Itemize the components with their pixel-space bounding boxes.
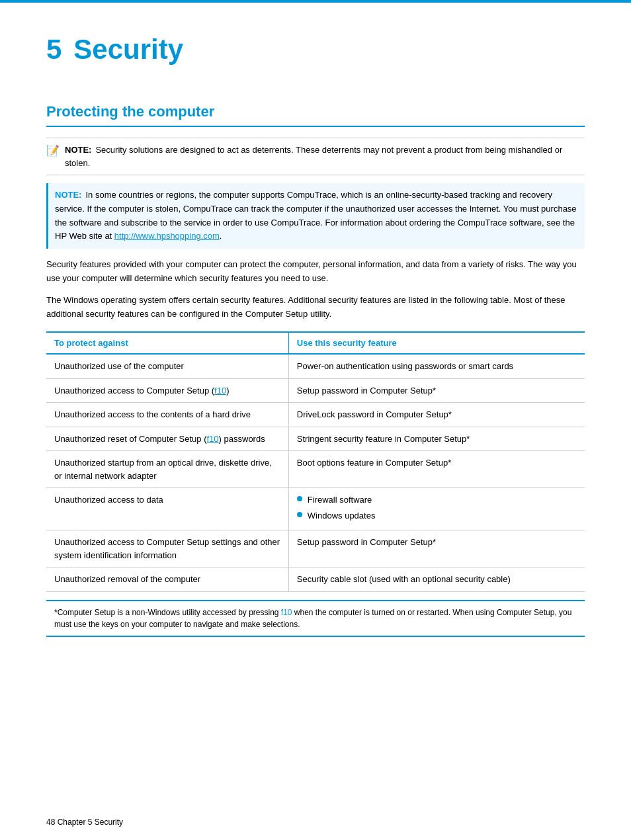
table-row: Unauthorized access to Computer Setup se…: [46, 530, 585, 567]
table-cell-feature: DriveLock password in Computer Setup*: [288, 403, 585, 427]
note1-text: Security solutions are designed to act a…: [65, 145, 562, 168]
footnote-box: *Computer Setup is a non-Windows utility…: [46, 600, 585, 637]
note2-text2: .: [220, 231, 222, 241]
page-footer: 48 Chapter 5 Security: [46, 818, 123, 827]
table-cell-feature: Boot options feature in Computer Setup*: [288, 451, 585, 488]
chapter-number: 5: [46, 36, 62, 63]
table-row: Unauthorized access to dataFirewall soft…: [46, 488, 585, 530]
note1-icon: 📝: [46, 144, 60, 157]
table-body: Unauthorized use of the computerPower-on…: [46, 354, 585, 591]
table-cell-feature: Setup password in Computer Setup*: [288, 378, 585, 403]
table-cell-feature: Firewall softwareWindows updates: [288, 488, 585, 530]
table-cell-protect: Unauthorized access to Computer Setup se…: [46, 530, 288, 567]
table-cell-protect: Unauthorized access to Computer Setup (f…: [46, 378, 288, 403]
table-cell-protect: Unauthorized removal of the computer: [46, 567, 288, 592]
page-container: 5 Security Protecting the computer 📝 NOT…: [0, 0, 631, 840]
content-area: 5 Security Protecting the computer 📝 NOT…: [0, 3, 631, 677]
footer-text: 48 Chapter 5 Security: [46, 818, 123, 827]
table-cell-protect: Unauthorized access to data: [46, 488, 288, 530]
table-header-row: To protect against Use this security fea…: [46, 332, 585, 354]
note1-content: NOTE:Security solutions are designed to …: [65, 144, 585, 169]
section-divider: [46, 126, 585, 127]
table-row: Unauthorized reset of Computer Setup (f1…: [46, 427, 585, 451]
table-row: Unauthorized removal of the computerSecu…: [46, 567, 585, 592]
col1-link[interactable]: f10: [214, 386, 226, 396]
table-cell-protect: Unauthorized reset of Computer Setup (f1…: [46, 427, 288, 451]
note2-label: NOTE:: [55, 190, 81, 200]
footnote-link[interactable]: f10: [281, 608, 292, 617]
list-item: Firewall software: [297, 493, 577, 507]
body-text1: Security features provided with your com…: [46, 258, 585, 286]
col1-link[interactable]: f10: [207, 434, 219, 444]
table-cell-feature: Security cable slot (used with an option…: [288, 567, 585, 592]
table-cell-feature: Power-on authentication using passwords …: [288, 354, 585, 378]
note1-label: NOTE:: [65, 145, 91, 155]
bullet-icon: [297, 496, 302, 501]
table-col2-header: Use this security feature: [288, 332, 585, 354]
note2-box: NOTE:In some countries or regions, the c…: [46, 183, 585, 249]
table-cell-feature: Stringent security feature in Computer S…: [288, 427, 585, 451]
chapter-heading: 5 Security: [46, 36, 585, 63]
note2-link[interactable]: http://www.hpshopping.com: [114, 231, 220, 241]
section-heading: Protecting the computer: [46, 103, 585, 120]
table-cell-protect: Unauthorized use of the computer: [46, 354, 288, 378]
table-cell-feature: Setup password in Computer Setup*: [288, 530, 585, 567]
table-cell-protect: Unauthorized access to the contents of a…: [46, 403, 288, 427]
table-col1-header: To protect against: [46, 332, 288, 354]
table-row: Unauthorized access to the contents of a…: [46, 403, 585, 427]
table-row: Unauthorized access to Computer Setup (f…: [46, 378, 585, 403]
security-table: To protect against Use this security fea…: [46, 331, 585, 592]
footnote-text1: *Computer Setup is a non-Windows utility…: [54, 608, 281, 617]
list-item: Windows updates: [297, 509, 577, 523]
table-row: Unauthorized startup from an optical dri…: [46, 451, 585, 488]
note1-box: 📝 NOTE:Security solutions are designed t…: [46, 138, 585, 175]
table-cell-protect: Unauthorized startup from an optical dri…: [46, 451, 288, 488]
body-text2: The Windows operating system offers cert…: [46, 294, 585, 321]
bullet-icon: [297, 512, 302, 517]
chapter-title: Security: [73, 36, 183, 63]
table-row: Unauthorized use of the computerPower-on…: [46, 354, 585, 378]
